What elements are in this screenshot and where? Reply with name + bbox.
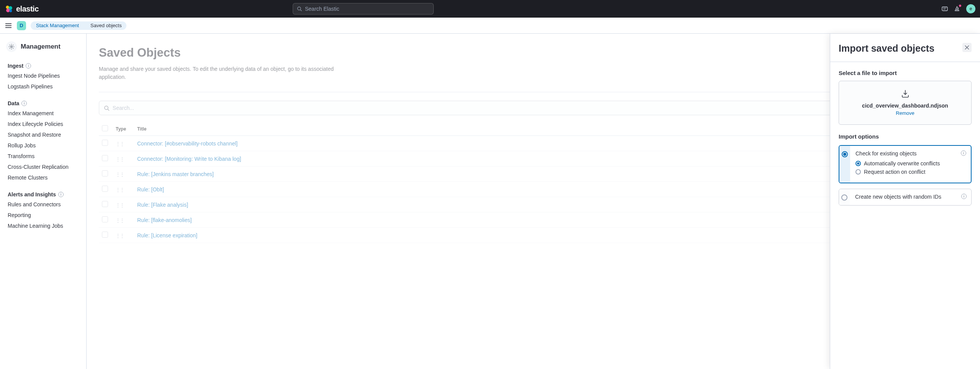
row-checkbox[interactable] bbox=[102, 216, 108, 222]
user-avatar[interactable]: e bbox=[966, 4, 975, 13]
drag-handle-icon[interactable]: ⋮⋮ bbox=[116, 187, 124, 193]
gear-icon bbox=[6, 41, 17, 52]
sidebar-item[interactable]: Ingest Node Pipelines bbox=[0, 70, 86, 81]
info-icon[interactable]: i bbox=[961, 194, 967, 199]
sidebar-item[interactable]: Reporting bbox=[0, 210, 86, 220]
svg-line-14 bbox=[108, 109, 109, 111]
svg-point-12 bbox=[11, 46, 12, 47]
drag-handle-icon[interactable]: ⋮⋮ bbox=[116, 172, 124, 177]
svg-point-2 bbox=[6, 8, 10, 12]
svg-point-13 bbox=[105, 106, 108, 109]
global-search[interactable] bbox=[293, 3, 434, 15]
sidebar-section-heading: Ingesti bbox=[0, 60, 86, 70]
page-description: Manage and share your saved objects. To … bbox=[99, 65, 336, 81]
svg-rect-6 bbox=[942, 7, 947, 11]
sidebar-item[interactable]: Rules and Connectors bbox=[0, 199, 86, 210]
col-type[interactable]: Type bbox=[113, 122, 134, 136]
import-icon bbox=[901, 90, 910, 98]
drag-handle-icon[interactable]: ⋮⋮ bbox=[116, 157, 124, 162]
notification-dot bbox=[959, 4, 962, 7]
row-checkbox[interactable] bbox=[102, 232, 108, 238]
object-title-link[interactable]: Rule: [Jenkins master branches] bbox=[137, 171, 214, 177]
drag-handle-icon[interactable]: ⋮⋮ bbox=[116, 141, 124, 147]
search-icon bbox=[297, 6, 302, 11]
row-checkbox[interactable] bbox=[102, 140, 108, 146]
drag-handle-icon[interactable]: ⋮⋮ bbox=[116, 233, 124, 238]
drag-handle-icon[interactable]: ⋮⋮ bbox=[116, 202, 124, 208]
object-title-link[interactable]: Connector: [Monitoring: Write to Kibana … bbox=[137, 156, 241, 162]
space-selector[interactable]: D bbox=[17, 21, 26, 30]
info-icon[interactable]: i bbox=[961, 150, 966, 156]
brand-logo[interactable]: elastic bbox=[5, 5, 39, 13]
sub-option-request-action[interactable]: Request action on conflict bbox=[855, 169, 965, 175]
sidebar-item[interactable]: Rollup Jobs bbox=[0, 140, 86, 151]
sidebar-item[interactable]: Machine Learning Jobs bbox=[0, 220, 86, 231]
radio-check-existing[interactable] bbox=[842, 151, 848, 157]
col-title[interactable]: Title bbox=[134, 122, 876, 136]
sidebar-section-heading: Datai bbox=[0, 97, 86, 108]
row-checkbox[interactable] bbox=[102, 201, 108, 207]
object-title-link[interactable]: Rule: [flake-anomolies] bbox=[137, 217, 192, 223]
close-button[interactable] bbox=[962, 43, 972, 52]
svg-point-4 bbox=[297, 7, 300, 10]
breadcrumb: Stack Management Saved objects bbox=[31, 21, 126, 30]
brand-name: elastic bbox=[16, 5, 39, 13]
info-icon[interactable]: i bbox=[21, 101, 27, 106]
sidebar-item[interactable]: Index Lifecycle Policies bbox=[0, 119, 86, 129]
sidebar-title: Management bbox=[21, 43, 61, 51]
sub-header: D Stack Management Saved objects bbox=[0, 18, 980, 34]
sub-option-overwrite[interactable]: Automatically overwrite conflicts bbox=[855, 160, 965, 167]
object-title-link[interactable]: Rule: [License expiration] bbox=[137, 232, 197, 238]
file-dropzone[interactable]: cicd_overview_dashboard.ndjson Remove bbox=[839, 81, 972, 125]
row-checkbox[interactable] bbox=[102, 170, 108, 176]
import-flyout: Import saved objects Select a file to im… bbox=[830, 34, 980, 369]
info-icon[interactable]: i bbox=[26, 63, 31, 69]
object-title-link[interactable]: Rule: [Flake analysis] bbox=[137, 202, 188, 208]
sidebar-item[interactable]: Cross-Cluster Replication bbox=[0, 162, 86, 172]
newsfeed-icon[interactable] bbox=[942, 6, 948, 12]
remove-file-link[interactable]: Remove bbox=[847, 110, 963, 116]
sidebar-item[interactable]: Logstash Pipelines bbox=[0, 81, 86, 92]
sidebar-item[interactable]: Index Management bbox=[0, 108, 86, 119]
option-check-existing[interactable]: i Check for existing objects Automatical… bbox=[839, 145, 972, 183]
option-title: Check for existing objects bbox=[855, 150, 965, 157]
option-random-ids[interactable]: i Create new objects with random IDs bbox=[839, 189, 972, 206]
row-checkbox[interactable] bbox=[102, 155, 108, 161]
global-search-input[interactable] bbox=[305, 6, 429, 12]
object-title-link[interactable]: Rule: [Oblt] bbox=[137, 186, 164, 193]
info-icon[interactable]: i bbox=[58, 192, 64, 197]
elastic-logo-icon bbox=[5, 5, 13, 13]
nav-toggle-icon[interactable] bbox=[5, 22, 12, 29]
flyout-title: Import saved objects bbox=[839, 43, 934, 54]
selected-filename: cicd_overview_dashboard.ndjson bbox=[847, 103, 963, 109]
alerts-icon[interactable] bbox=[954, 6, 960, 12]
select-all-checkbox[interactable] bbox=[102, 125, 108, 131]
sidebar-item[interactable]: Remote Clusters bbox=[0, 172, 86, 183]
breadcrumb-item[interactable]: Saved objects bbox=[84, 21, 126, 30]
select-file-label: Select a file to import bbox=[839, 70, 972, 76]
search-icon bbox=[104, 105, 110, 111]
option-title: Create new objects with random IDs bbox=[855, 194, 966, 200]
sidebar-item[interactable]: Snapshot and Restore bbox=[0, 129, 86, 140]
top-header: elastic e bbox=[0, 0, 980, 18]
import-options-label: Import options bbox=[839, 133, 972, 140]
sidebar-section-heading: Alerts and Insightsi bbox=[0, 188, 86, 199]
svg-point-3 bbox=[9, 10, 12, 12]
drag-handle-icon[interactable]: ⋮⋮ bbox=[116, 218, 124, 223]
radio-random-ids[interactable] bbox=[841, 194, 847, 201]
sidebar: Management IngestiIngest Node PipelinesL… bbox=[0, 34, 87, 369]
close-icon bbox=[965, 45, 969, 50]
breadcrumb-item[interactable]: Stack Management bbox=[31, 21, 84, 30]
object-title-link[interactable]: Connector: [#observability-robots channe… bbox=[137, 140, 238, 147]
sidebar-item[interactable]: Transforms bbox=[0, 151, 86, 162]
row-checkbox[interactable] bbox=[102, 186, 108, 192]
svg-line-5 bbox=[300, 10, 302, 11]
